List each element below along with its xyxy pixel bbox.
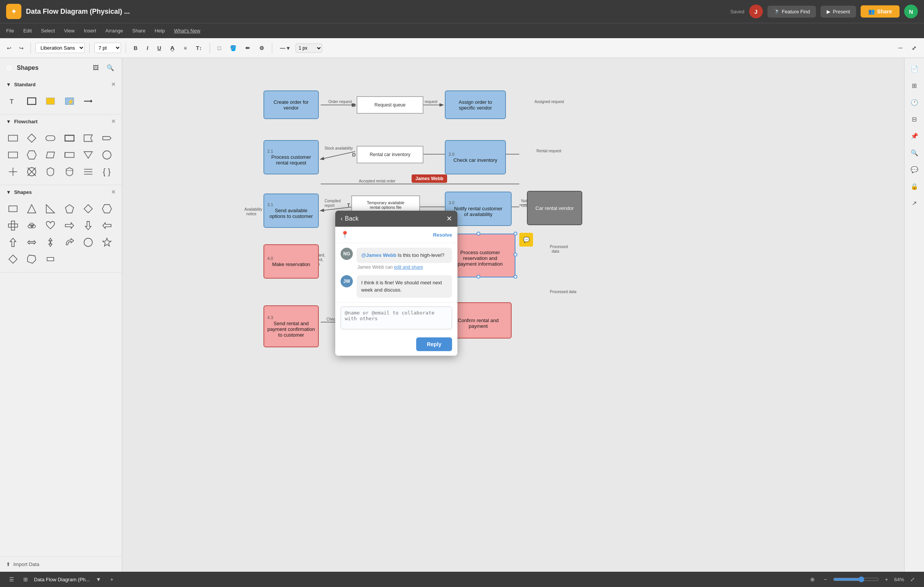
- node-send-confirmation[interactable]: 4.3 Send rental andpayment confirmationt…: [264, 305, 319, 347]
- sh-hex[interactable]: [100, 202, 114, 216]
- fit-button[interactable]: ⤢: [907, 575, 918, 584]
- menu-edit[interactable]: Edit: [23, 28, 32, 34]
- menu-view[interactable]: View: [64, 28, 75, 34]
- handle-bc[interactable]: [477, 275, 480, 279]
- sh-circle[interactable]: [81, 236, 95, 249]
- shape-button[interactable]: □: [214, 43, 224, 53]
- menu-share[interactable]: Share: [132, 28, 145, 34]
- handle-mr[interactable]: [513, 253, 517, 257]
- grid-view-button[interactable]: ⊞: [20, 575, 31, 584]
- extra-button[interactable]: ⚙: [256, 43, 267, 53]
- line-style-button[interactable]: — ▾: [277, 43, 292, 53]
- right-panel-pin-btn[interactable]: 📌: [907, 128, 922, 143]
- node-check-inventory[interactable]: 2.0 Check car inventory: [445, 140, 506, 175]
- expand-button[interactable]: ⤢: [909, 43, 919, 53]
- right-panel-grid-btn[interactable]: ⊞: [907, 78, 922, 93]
- sh-irregular[interactable]: [25, 252, 38, 266]
- font-color-button[interactable]: A̲: [167, 43, 178, 53]
- zoom-in-button[interactable]: +: [882, 575, 891, 584]
- font-size-select[interactable]: 7 pt: [94, 43, 121, 53]
- fc-flag[interactable]: [81, 131, 95, 145]
- james-webb-tag[interactable]: James Webb: [412, 175, 447, 183]
- undo-button[interactable]: ↩: [5, 43, 14, 53]
- flowchart-section-header[interactable]: ▼ Flowchart ✕: [0, 114, 122, 128]
- text-shape[interactable]: T: [6, 94, 20, 108]
- right-panel-chat-btn[interactable]: 💬: [907, 162, 922, 177]
- fc-rect[interactable]: [6, 131, 20, 145]
- standard-section-header[interactable]: ▼ Standard ✕: [0, 77, 122, 91]
- node-make-reservation[interactable]: 4.0 Make reservation: [264, 244, 319, 279]
- arrow-shape[interactable]: [81, 94, 95, 108]
- edit-share-link[interactable]: edit and share: [394, 264, 423, 270]
- sh-heart[interactable]: [43, 219, 57, 232]
- right-panel-page-btn[interactable]: 📄: [907, 61, 922, 76]
- standard-close-icon[interactable]: ✕: [111, 81, 116, 87]
- shapes-close-icon[interactable]: ✕: [111, 189, 116, 195]
- right-panel-search-btn[interactable]: 🔍: [907, 145, 922, 160]
- reply-button[interactable]: Reply: [416, 337, 452, 351]
- redo-button[interactable]: ↪: [17, 43, 26, 53]
- fc-shield2[interactable]: [63, 165, 76, 179]
- right-panel-lock-btn[interactable]: 🔒: [907, 179, 922, 194]
- sh-plus[interactable]: [6, 219, 20, 232]
- sh-arrow-down[interactable]: [81, 219, 95, 232]
- user-avatar-j[interactable]: J: [749, 5, 763, 18]
- text-style-button[interactable]: T↕: [193, 43, 205, 53]
- canvas[interactable]: Order request Sorted request Assigned re…: [122, 58, 904, 572]
- node-rental-inventory[interactable]: D Rental car inventory: [356, 146, 424, 163]
- fc-para[interactable]: [43, 148, 57, 162]
- sidebar-image-button[interactable]: 🖼: [91, 63, 101, 73]
- handle-tr[interactable]: [513, 232, 517, 236]
- italic-button[interactable]: I: [144, 43, 151, 53]
- sh-rect[interactable]: [6, 202, 20, 216]
- right-panel-minus-btn[interactable]: ⊟: [907, 111, 922, 127]
- sh-up-arrow[interactable]: [6, 236, 20, 249]
- fc-brace[interactable]: { }: [100, 165, 114, 179]
- fc-rect2[interactable]: [6, 148, 20, 162]
- import-data-button[interactable]: ⬆ Import Data: [0, 556, 122, 572]
- fc-plus[interactable]: [6, 165, 20, 179]
- sh-arrow-right2[interactable]: [63, 219, 76, 232]
- menu-whats-new[interactable]: What's New: [174, 28, 200, 34]
- node-request-queue[interactable]: D Request queue: [356, 96, 424, 114]
- sh-arrow-left[interactable]: [100, 219, 114, 232]
- node-create-order[interactable]: Create order forvendor: [264, 91, 319, 119]
- rect-shape[interactable]: [25, 94, 38, 108]
- menu-insert[interactable]: Insert: [84, 28, 96, 34]
- fill-button[interactable]: 🪣: [227, 43, 239, 53]
- sh-up-down-arrow[interactable]: [43, 236, 57, 249]
- list-view-button[interactable]: ☰: [6, 575, 17, 584]
- comment-close-button[interactable]: ✕: [446, 214, 452, 223]
- node-assign-order[interactable]: Assign order tospecific vendor: [445, 91, 506, 119]
- handle-br[interactable]: [513, 275, 517, 279]
- fc-lines[interactable]: [81, 165, 95, 179]
- fc-rounded[interactable]: [43, 131, 57, 145]
- share-button[interactable]: 👥 Share: [861, 5, 899, 18]
- handle-tc[interactable]: [477, 232, 480, 236]
- node-car-vendor[interactable]: Car rental vendor: [527, 191, 582, 225]
- zoom-out-button[interactable]: −: [821, 575, 830, 584]
- fc-circle[interactable]: [100, 148, 114, 162]
- target-icon-btn[interactable]: ⊕: [807, 575, 818, 584]
- node-process-rental[interactable]: 2.1 Process customerrental request: [264, 140, 319, 175]
- right-panel-cursor-btn[interactable]: ↗: [907, 195, 922, 211]
- sh-diamond2[interactable]: [6, 252, 20, 266]
- sh-right-tri[interactable]: [43, 202, 57, 216]
- fc-rect-thick[interactable]: [63, 131, 76, 145]
- sh-diamond[interactable]: [81, 202, 95, 216]
- fc-tri-down[interactable]: [81, 148, 95, 162]
- sidebar-search-button[interactable]: 🔍: [105, 63, 116, 73]
- sh-cloud[interactable]: [25, 219, 38, 232]
- lightning-shape[interactable]: ⚡: [63, 94, 76, 108]
- tab-dropdown-button[interactable]: ▼: [93, 575, 104, 584]
- flowchart-close-icon[interactable]: ✕: [111, 118, 116, 124]
- present-button[interactable]: ▶ Present: [820, 6, 856, 18]
- font-select[interactable]: Liberation Sans: [36, 43, 85, 53]
- fc-crossed[interactable]: [25, 165, 38, 179]
- sh-small-rect[interactable]: [43, 252, 57, 266]
- sh-double-arrow[interactable]: [25, 236, 38, 249]
- fc-drum[interactable]: [63, 148, 76, 162]
- feature-find-button[interactable]: 🔭 Feature Find: [767, 6, 816, 18]
- right-panel-clock-btn[interactable]: 🕐: [907, 95, 922, 110]
- stroke-width-select[interactable]: 1 px: [295, 43, 322, 53]
